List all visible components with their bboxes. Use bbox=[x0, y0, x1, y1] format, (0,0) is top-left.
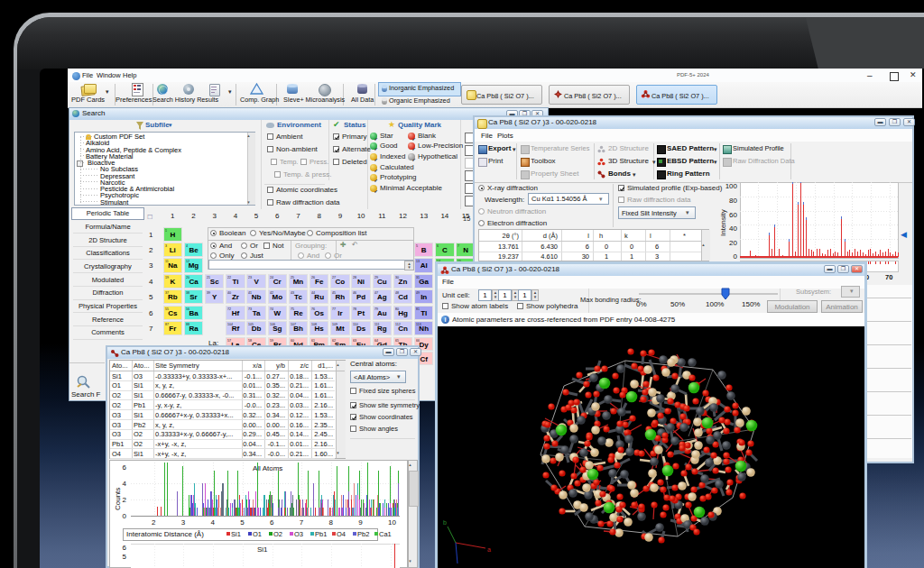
svg-text:b: b bbox=[443, 519, 447, 526]
svg-text:a: a bbox=[487, 546, 491, 553]
